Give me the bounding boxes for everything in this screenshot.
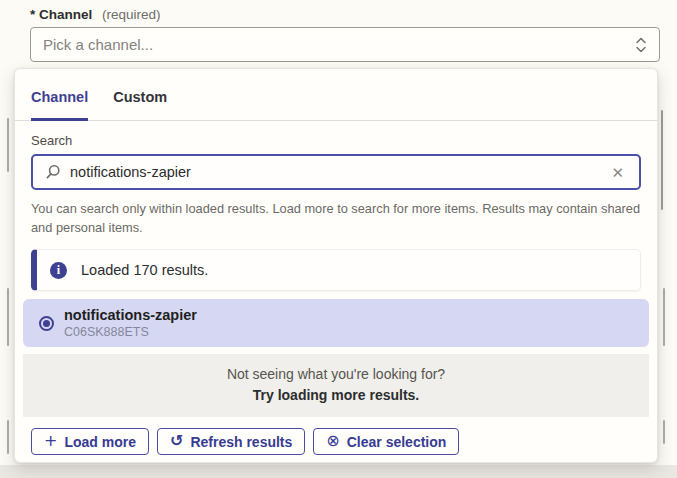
plus-icon: + [44,433,57,449]
action-button-row: + Load more ↺ Refresh results ⊗ Clear se… [31,428,641,455]
clear-selection-button[interactable]: ⊗ Clear selection [313,428,459,455]
search-label: Search [31,133,641,148]
tab-custom[interactable]: Custom [113,69,167,121]
radio-selected-icon[interactable] [39,316,54,331]
radio-dot [43,320,50,327]
background-panel-edge [663,420,665,444]
load-more-hint: Not seeing what you're looking for? Try … [23,354,649,417]
clear-selection-label: Clear selection [347,434,447,450]
channel-picker-page: * Channel (required) Pick a channel... C… [0,0,677,478]
dropdown-scrollbar-thumb[interactable] [661,110,663,210]
x-circle-icon: ⊗ [326,433,339,449]
channel-option-selected[interactable]: notifications-zapier C06SK888ETS [23,299,649,347]
search-icon [45,164,61,180]
tab-bar: Channel Custom [15,69,657,121]
refresh-results-label: Refresh results [190,434,292,450]
loaded-results-text: Loaded 170 results. [81,262,208,278]
hint-question: Not seeing what you're looking for? [31,366,641,382]
info-icon: i [50,262,67,279]
channel-select[interactable]: Pick a channel... [30,27,660,62]
chevron-up-down-icon [635,36,647,54]
channel-option-name: notifications-zapier [64,307,197,323]
channel-option-id: C06SK888ETS [64,325,197,339]
clear-search-icon[interactable]: ✕ [608,163,627,182]
background-panel-edge [7,420,9,454]
page-background-strip [0,465,677,478]
load-more-label: Load more [64,434,136,450]
refresh-icon: ↺ [170,433,183,449]
background-panel-edge [663,288,665,346]
field-label: * Channel (required) [30,7,161,22]
channel-option-text: notifications-zapier C06SK888ETS [64,307,197,339]
hint-suggestion: Try loading more results. [31,387,641,403]
tab-channel[interactable]: Channel [31,69,88,121]
loaded-results-alert: i Loaded 170 results. [31,249,641,291]
dropdown-content: Search notifications-zapier ✕ You can se… [15,121,657,455]
load-more-button[interactable]: + Load more [31,428,149,455]
search-value: notifications-zapier [70,164,608,180]
background-panel-edge [7,118,9,172]
field-required-note: (required) [102,7,161,22]
search-input[interactable]: notifications-zapier ✕ [31,154,641,190]
background-panel-edge [7,288,9,346]
refresh-results-button[interactable]: ↺ Refresh results [157,428,305,455]
search-help-text: You can search only within loaded result… [31,199,641,237]
channel-dropdown-panel: Channel Custom Search notifications-zapi… [14,68,658,463]
channel-select-placeholder: Pick a channel... [43,36,635,53]
field-label-text: * Channel [30,7,92,22]
